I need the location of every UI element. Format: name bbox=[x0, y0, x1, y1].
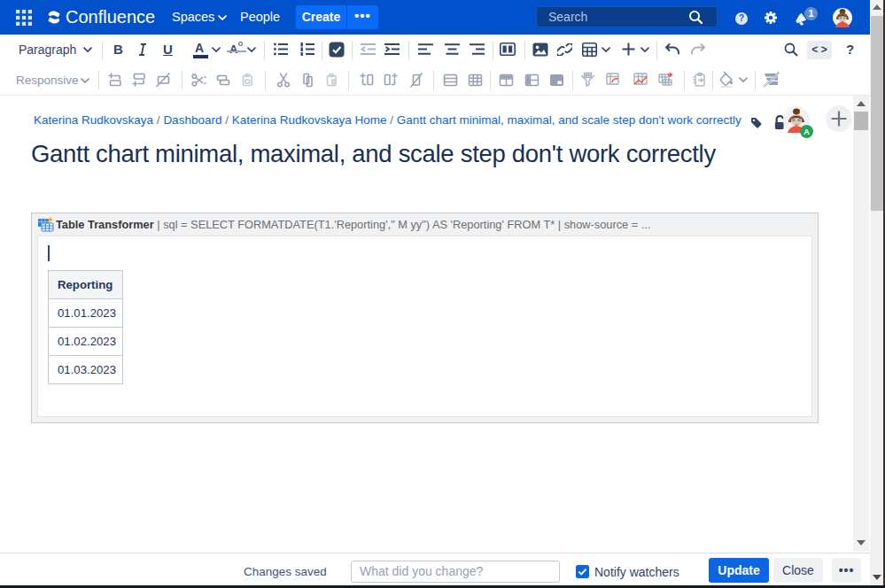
svg-text:A: A bbox=[803, 128, 810, 136]
